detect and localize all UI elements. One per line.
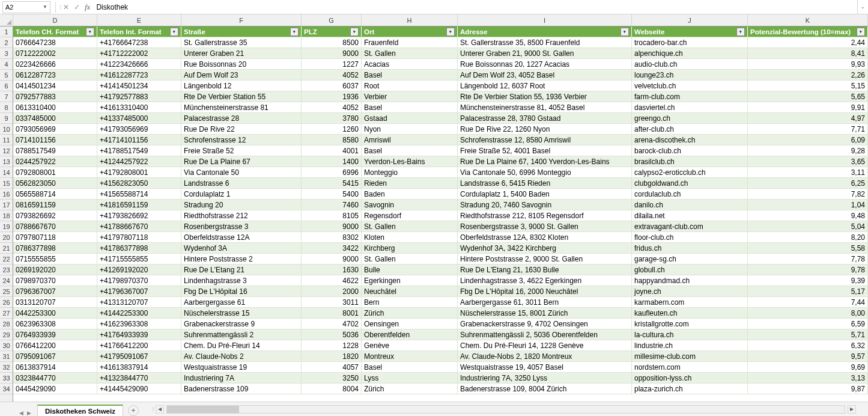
cell[interactable]: 0612287723: [13, 70, 97, 80]
column-header[interactable]: E: [97, 14, 181, 26]
row-header[interactable]: 26: [0, 297, 13, 308]
cell[interactable]: Westquaistrasse 19, 4057 Basel: [458, 362, 632, 372]
cell[interactable]: 5,65: [748, 91, 868, 102]
cell[interactable]: Palacestrasse 28: [181, 113, 302, 123]
cell[interactable]: 5,17: [748, 286, 868, 296]
cell[interactable]: plaza-zurich.ch: [632, 384, 748, 394]
cell[interactable]: 7,82: [748, 189, 868, 199]
cell[interactable]: 0788667670: [13, 221, 97, 231]
cell[interactable]: Rue Boissonnas 20: [181, 59, 302, 69]
cell[interactable]: 0223426666: [13, 59, 97, 69]
cell[interactable]: +41797807118: [97, 232, 181, 242]
cell[interactable]: nordstern.com: [632, 362, 748, 372]
cell[interactable]: 4052: [302, 102, 362, 112]
cell[interactable]: calypso2-eroticclub.ch: [632, 167, 748, 177]
cell[interactable]: Regensdorf: [362, 210, 458, 221]
cell[interactable]: Rue De L'Etang 21, 1630 Bulle: [458, 265, 632, 275]
cell[interactable]: 5400: [302, 189, 362, 199]
cell[interactable]: Rue Boissonnas 20, 1227 Acacias: [458, 59, 632, 69]
cell[interactable]: +41766412200: [97, 340, 181, 350]
cell[interactable]: Nüschelerstrasse 15, 8001 Zürich: [458, 308, 632, 318]
cell[interactable]: 0798970370: [13, 275, 97, 286]
table-header-cell[interactable]: Webseite▾: [632, 26, 748, 37]
cell[interactable]: St. Gallen: [362, 221, 458, 231]
formula-input[interactable]: [93, 3, 857, 11]
row-header[interactable]: 5: [0, 70, 13, 81]
row-header[interactable]: 31: [0, 351, 13, 362]
cell[interactable]: Westquaistrasse 19: [181, 362, 302, 372]
cell[interactable]: 0565588714: [13, 189, 97, 199]
cell[interactable]: 9,39: [748, 275, 868, 286]
cell[interactable]: 4622: [302, 275, 362, 286]
cell[interactable]: Rue De La Plaine 67, 1400 Yverdon-Les-Ba…: [458, 156, 632, 167]
cell[interactable]: arena-discothek.ch: [632, 135, 748, 145]
cell[interactable]: 3,11: [748, 167, 868, 177]
cell[interactable]: Via Cantonale 50, 6996 Monteggio: [458, 167, 632, 177]
cell[interactable]: barock-club.ch: [632, 145, 748, 156]
cell[interactable]: +41714101156: [97, 135, 181, 145]
row-header[interactable]: 32: [0, 362, 13, 373]
row-header[interactable]: 9: [0, 113, 13, 124]
row-header[interactable]: 10: [0, 124, 13, 135]
cell[interactable]: Nyon: [362, 124, 458, 134]
column-header[interactable]: K: [748, 14, 868, 26]
cell[interactable]: brasilclub.ch: [632, 156, 748, 167]
column-header[interactable]: G: [302, 14, 362, 26]
cell[interactable]: 0269192020: [13, 265, 97, 275]
cell[interactable]: +41792808001: [97, 167, 181, 177]
cell[interactable]: Stradung 20: [181, 200, 302, 210]
cell[interactable]: 9,69: [748, 362, 868, 372]
cell[interactable]: lounge23.ch: [632, 70, 748, 80]
row-header[interactable]: 29: [0, 329, 13, 340]
cell[interactable]: 9000: [302, 254, 362, 264]
row-header[interactable]: 25: [0, 286, 13, 297]
cell[interactable]: floor-club.ch: [632, 232, 748, 242]
row-header[interactable]: 6: [0, 81, 13, 91]
cell[interactable]: 6,09: [748, 135, 868, 145]
cell[interactable]: Neuchâtel: [362, 286, 458, 296]
cell[interactable]: Chem. Du Pré-Fleuri 14, 1228 Genève: [458, 340, 632, 350]
cell[interactable]: 0793826692: [13, 210, 97, 221]
cell[interactable]: Freie Straße 52: [181, 145, 302, 156]
cell[interactable]: +41816591159: [97, 200, 181, 210]
cell[interactable]: +41793826692: [97, 210, 181, 221]
cell[interactable]: +41795091067: [97, 351, 181, 361]
cell[interactable]: Palacestrasse 28, 3780 Gstaad: [458, 113, 632, 123]
cell[interactable]: 8500: [302, 37, 362, 47]
cell[interactable]: Aarbergergasse 61: [181, 297, 302, 307]
row-header[interactable]: 23: [0, 265, 13, 275]
cell[interactable]: Oberfeldstrasse 12A: [181, 232, 302, 242]
row-header[interactable]: 3: [0, 48, 13, 59]
cell[interactable]: Auf Dem Wolf 23, 4052 Basel: [458, 70, 632, 80]
cell[interactable]: 9,91: [748, 102, 868, 112]
cell[interactable]: danilo.ch: [632, 200, 748, 210]
row-header[interactable]: 33: [0, 373, 13, 384]
cell[interactable]: 4052: [302, 70, 362, 80]
cell[interactable]: garage-sg.ch: [632, 254, 748, 264]
filter-dropdown-icon[interactable]: ▾: [857, 28, 865, 36]
cell[interactable]: 4,97: [748, 113, 868, 123]
row-header[interactable]: 20: [0, 232, 13, 243]
chevron-down-icon[interactable]: ▼: [43, 4, 47, 10]
row-header[interactable]: 7: [0, 91, 13, 102]
cell[interactable]: 0764933939: [13, 329, 97, 340]
cell[interactable]: +41623963308: [97, 319, 181, 329]
table-header-cell[interactable]: PLZ▾: [302, 26, 362, 37]
cell[interactable]: Acacias: [362, 59, 458, 69]
cell[interactable]: Freie Straße 52, 4001 Basel: [458, 145, 632, 156]
cell[interactable]: 9000: [302, 48, 362, 58]
cell[interactable]: Längenbold 12: [181, 81, 302, 91]
cell[interactable]: Lyss: [362, 373, 458, 383]
cell[interactable]: Badenerstrasse 109: [181, 384, 302, 394]
cell[interactable]: 1936: [302, 91, 362, 102]
cell[interactable]: Riedthofstrasse 212, 8105 Regensdorf: [458, 210, 632, 221]
cell[interactable]: Aarbergergasse 61, 3011 Bern: [458, 297, 632, 307]
cell[interactable]: 7,44: [748, 297, 868, 307]
sheet-tab-active[interactable]: Diskotheken Schweiz: [37, 405, 123, 416]
cell[interactable]: 4057: [302, 362, 362, 372]
cell[interactable]: 0714101156: [13, 135, 97, 145]
cell[interactable]: 5,71: [748, 329, 868, 340]
cell[interactable]: Unterer Graben 21: [181, 48, 302, 58]
cell[interactable]: Zürich: [362, 384, 458, 394]
cell[interactable]: +41715555855: [97, 254, 181, 264]
